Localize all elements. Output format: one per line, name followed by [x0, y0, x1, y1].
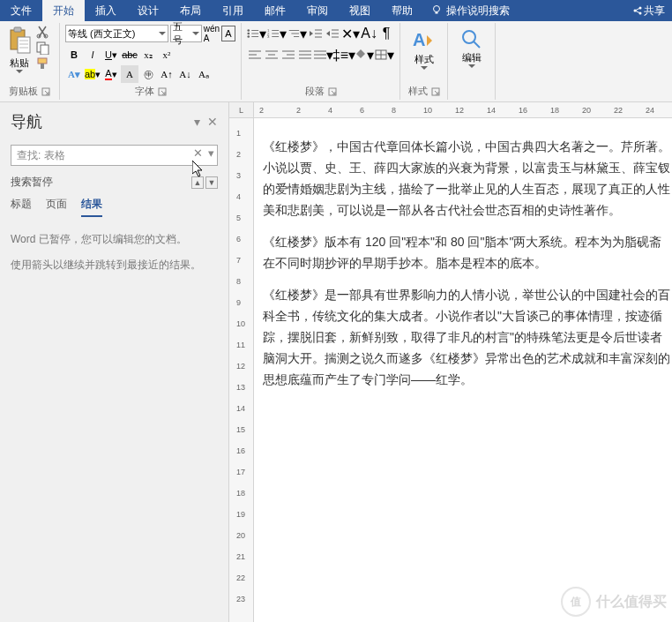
italic-button[interactable]: I	[84, 46, 101, 64]
strikethrough-button[interactable]: abc	[121, 46, 138, 64]
align-left-button[interactable]	[247, 46, 263, 64]
clear-formatting-button[interactable]: Aₐ	[195, 65, 213, 83]
copy-icon[interactable]	[35, 41, 51, 55]
paragraph-3: 《红楼梦》是一部具有世界影响力的人情小说，举世公认的中国建社会的百科全书，传统文…	[263, 284, 672, 390]
subscript-button[interactable]: x₂	[139, 46, 157, 64]
cut-icon[interactable]	[35, 25, 51, 39]
grow-font-button[interactable]: A↑	[158, 65, 175, 83]
multilevel-list-button[interactable]: ▾	[287, 25, 307, 42]
editing-button[interactable]: 编辑	[460, 25, 483, 68]
watermark: 值 什么值得买	[561, 587, 667, 617]
font-size-select[interactable]: 五号	[170, 25, 202, 42]
paragraph-group: ▾ 123▾ ▾ ✕▾ A↓ ¶ ▾ ‡≡▾ ▾ ▾ 段落	[242, 23, 400, 100]
svg-rect-8	[14, 27, 21, 32]
dialog-launcher-icon[interactable]	[41, 87, 50, 96]
watermark-text: 什么值得买	[596, 593, 667, 611]
styles-label: 样式	[408, 85, 428, 98]
enclose-characters-button[interactable]: ㊥	[139, 65, 157, 83]
share-button[interactable]: 共享	[631, 4, 665, 19]
document-content[interactable]: 《红楼梦》，中国古代章回体长篇小说，中国古典四大名著之一。芹所著。小说以贾、史、…	[263, 129, 672, 622]
font-name-select[interactable]: 等线 (西文正文)	[65, 25, 168, 42]
align-center-button[interactable]	[264, 46, 280, 64]
svg-point-25	[247, 35, 250, 38]
navigation-pane: 导航 ▾ ✕ ✕ ▾ 搜索暂停 ▲ ▼ 标题 页面 结果 Word 已	[0, 102, 229, 622]
svg-line-64	[474, 41, 480, 48]
decrease-indent-button[interactable]	[308, 25, 324, 42]
increase-indent-button[interactable]	[325, 25, 340, 42]
text-effects-button[interactable]: A▾	[65, 65, 83, 83]
align-distributed-button[interactable]: ▾	[314, 46, 333, 64]
highlight-button[interactable]: ab▾	[84, 65, 101, 83]
svg-line-6	[635, 11, 640, 13]
character-border-button[interactable]: A	[221, 26, 235, 41]
superscript-button[interactable]: x²	[158, 46, 175, 64]
shrink-font-button[interactable]: A↓	[176, 65, 194, 83]
tab-references[interactable]: 引用	[212, 0, 254, 21]
nav-tab-pages[interactable]: 页面	[46, 197, 67, 217]
nav-tab-headings[interactable]: 标题	[11, 197, 32, 217]
tab-help[interactable]: 帮助	[381, 0, 423, 21]
svg-rect-9	[18, 37, 30, 53]
nav-next-button[interactable]: ▼	[205, 176, 218, 189]
document-area: L 2 2 4 6 8 10 12 14 16 18 20 22 24 26 1…	[229, 102, 672, 622]
shading-button[interactable]: ▾	[355, 46, 374, 64]
show-marks-button[interactable]: ¶	[378, 25, 394, 42]
nav-prev-button[interactable]: ▲	[191, 176, 204, 189]
tab-design[interactable]: 设计	[127, 0, 169, 21]
align-justify-button[interactable]	[297, 46, 313, 64]
borders-button[interactable]: ▾	[375, 46, 394, 64]
line-spacing-button[interactable]: ‡≡▾	[334, 46, 354, 64]
svg-text:3: 3	[267, 34, 270, 39]
tab-home[interactable]: 开始	[42, 0, 85, 21]
asian-layout-button[interactable]: ✕▾	[341, 25, 360, 42]
svg-point-63	[463, 31, 475, 43]
nav-tab-results[interactable]: 结果	[81, 197, 102, 217]
bold-button[interactable]: B	[65, 46, 83, 64]
svg-point-21	[247, 29, 250, 32]
dialog-launcher-icon[interactable]	[431, 87, 440, 96]
clipboard-label: 剪贴板	[9, 85, 38, 98]
character-shading-button[interactable]: A	[121, 65, 138, 83]
paragraph-2: 《红楼梦》版本有 120 回"程本"和 80 回"脂本"两大系统。程本为为脂砚斋…	[263, 231, 672, 274]
tab-layout[interactable]: 布局	[169, 0, 212, 21]
align-right-button[interactable]	[280, 46, 296, 64]
tab-view[interactable]: 视图	[339, 0, 381, 21]
nav-message-1: Word 已暂停，您可以编辑您的文档。	[11, 231, 218, 248]
font-group: 等线 (西文正文) 五号 wénA A B I U▾ abc x₂ x² A▾ …	[60, 23, 242, 100]
numbering-button[interactable]: 123▾	[267, 25, 287, 42]
phonetic-guide-button[interactable]: wénA	[204, 26, 220, 41]
sort-button[interactable]: A↓	[361, 25, 377, 42]
svg-rect-1	[436, 12, 438, 14]
styles-button[interactable]: A 样式	[411, 25, 437, 70]
horizontal-ruler[interactable]: 2 2 4 6 8 10 12 14 16 18 20 22 24 26	[254, 102, 672, 118]
font-color-button[interactable]: A▾	[102, 65, 120, 83]
paragraph-1: 《红楼梦》，中国古代章回体长篇小说，中国古典四大名著之一。芹所著。小说以贾、史、…	[263, 136, 672, 221]
svg-line-5	[635, 8, 640, 11]
format-painter-icon[interactable]	[35, 56, 51, 71]
share-icon	[631, 4, 644, 17]
vertical-ruler[interactable]: 1 2 3 4 5 6 7 8 9 10 11 12 13 14 15 16 1…	[229, 118, 254, 622]
svg-rect-16	[41, 45, 49, 55]
clear-search-icon[interactable]: ✕	[191, 146, 205, 160]
bullets-button[interactable]: ▾	[247, 25, 266, 42]
paste-button[interactable]: 粘贴	[5, 25, 34, 77]
tab-file[interactable]: 文件	[0, 0, 42, 21]
tab-mailings[interactable]: 邮件	[254, 0, 296, 21]
svg-rect-18	[41, 64, 44, 69]
paste-icon	[7, 26, 32, 55]
nav-search-input[interactable]	[11, 145, 218, 166]
lightbulb-icon	[430, 4, 443, 17]
ruler-corner[interactable]: L	[229, 102, 254, 118]
svg-text:A: A	[413, 30, 425, 49]
editing-group: 编辑	[448, 23, 496, 100]
dialog-launcher-icon[interactable]	[158, 87, 167, 96]
styles-group: A 样式 样式	[400, 23, 448, 100]
tab-insert[interactable]: 插入	[85, 0, 127, 21]
tab-review[interactable]: 审阅	[296, 0, 339, 21]
search-options-icon[interactable]: ▾	[206, 146, 216, 160]
tell-me-search[interactable]: 操作说明搜索	[430, 4, 510, 19]
dialog-launcher-icon[interactable]	[328, 87, 337, 96]
nav-close-icon[interactable]: ✕	[207, 115, 218, 129]
nav-dropdown-icon[interactable]: ▾	[194, 115, 200, 129]
underline-button[interactable]: U▾	[102, 46, 120, 64]
